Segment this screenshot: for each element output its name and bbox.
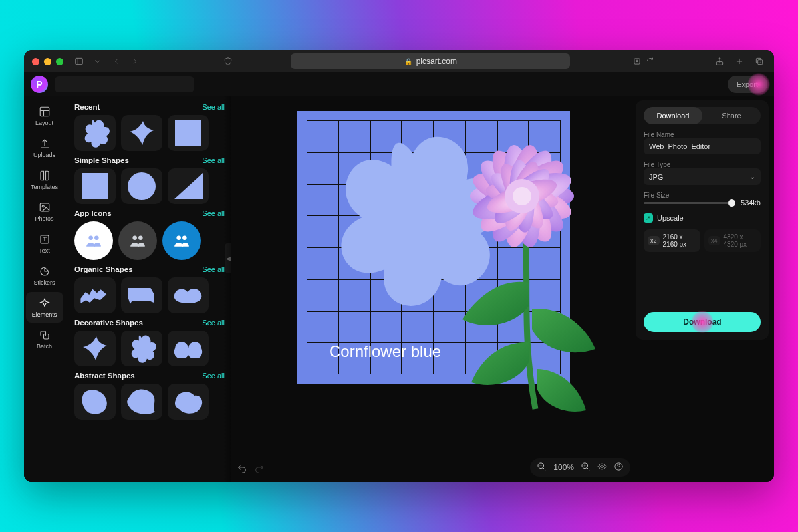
download-button[interactable]: Download xyxy=(644,312,761,332)
app-logo[interactable]: P xyxy=(31,76,48,93)
canvas-text[interactable]: Cornflower blue xyxy=(329,342,441,361)
preview-button[interactable] xyxy=(597,462,607,473)
svg-rect-9 xyxy=(758,60,763,65)
rail-item-text[interactable]: Text xyxy=(26,228,63,259)
element-tile[interactable] xyxy=(74,331,116,366)
app: P Export Layout Uploads Templates Photos… xyxy=(24,72,774,482)
upscale-option-4x[interactable]: x4 4320 x 4320 px xyxy=(704,229,761,252)
url-bar[interactable]: 🔒 picsart.com xyxy=(291,53,570,69)
file-size-value: 534kb xyxy=(741,199,761,207)
element-tile[interactable] xyxy=(168,331,209,366)
shield-icon[interactable] xyxy=(221,55,235,68)
see-all-link[interactable]: See all xyxy=(202,372,225,380)
search-input[interactable] xyxy=(55,76,194,92)
new-tab-icon[interactable] xyxy=(733,55,746,68)
see-all-link[interactable]: See all xyxy=(202,156,225,164)
share-icon[interactable] xyxy=(713,55,726,68)
category-app-icons: App IconsSee all xyxy=(74,209,225,260)
element-tile[interactable] xyxy=(168,384,209,420)
svg-point-25 xyxy=(138,235,143,240)
tool-rail: Layout Uploads Templates Photos Text Sti… xyxy=(24,96,65,482)
undo-button[interactable] xyxy=(237,464,247,477)
rail-item-uploads[interactable]: Uploads xyxy=(26,132,63,163)
export-button[interactable]: Export xyxy=(728,76,767,93)
elements-panel: RecentSee all Simple ShapesSee all xyxy=(65,96,231,482)
rail-item-batch[interactable]: Batch xyxy=(26,324,63,354)
help-button[interactable] xyxy=(614,462,624,473)
svg-point-14 xyxy=(42,205,44,207)
lock-icon: 🔒 xyxy=(404,58,412,65)
close-window-button[interactable] xyxy=(32,58,39,65)
chevron-down-icon[interactable] xyxy=(91,55,104,68)
zoom-in-button[interactable] xyxy=(581,462,591,473)
category-title: App Icons xyxy=(74,209,112,217)
element-tile[interactable] xyxy=(168,277,209,313)
element-tile[interactable] xyxy=(168,115,209,151)
panel-collapse-button[interactable]: ◀ xyxy=(225,243,231,273)
reader-icon[interactable] xyxy=(630,55,644,68)
element-tile[interactable] xyxy=(121,115,162,151)
svg-point-27 xyxy=(182,235,187,240)
back-icon[interactable] xyxy=(110,55,123,68)
redo-button[interactable] xyxy=(254,464,265,477)
upscale-mult: x4 xyxy=(708,236,720,245)
svg-line-47 xyxy=(543,467,546,470)
element-tile[interactable] xyxy=(118,221,157,260)
element-tile[interactable] xyxy=(121,331,162,366)
element-tile[interactable] xyxy=(121,277,162,313)
tabs-icon[interactable] xyxy=(753,55,766,68)
see-all-link[interactable]: See all xyxy=(202,209,225,217)
element-tile[interactable] xyxy=(162,221,201,260)
upscale-dim: 4320 x 4320 px xyxy=(724,233,757,248)
flower-shape[interactable] xyxy=(327,136,499,309)
minimize-window-button[interactable] xyxy=(44,58,51,65)
svg-rect-10 xyxy=(40,107,49,116)
app-toolbar: P Export xyxy=(24,72,774,96)
category-title: Abstract Shapes xyxy=(74,372,135,380)
svg-rect-0 xyxy=(76,58,83,64)
rail-item-templates[interactable]: Templates xyxy=(26,164,63,195)
see-all-link[interactable]: See all xyxy=(202,103,225,111)
window-controls xyxy=(32,58,63,65)
sidebar-toggle-icon[interactable] xyxy=(72,55,86,68)
chevron-down-icon: ⌄ xyxy=(749,172,755,181)
file-name-input[interactable]: Web_Photo_Editor xyxy=(644,138,761,154)
file-size-slider[interactable] xyxy=(644,202,735,204)
browser-window: 🔒 picsart.com P Export Layout Uploads T xyxy=(24,50,774,482)
rail-item-stickers[interactable]: Stickers xyxy=(26,260,63,291)
forward-icon[interactable] xyxy=(128,55,142,68)
element-tile[interactable] xyxy=(74,277,116,313)
rail-item-layout[interactable]: Layout xyxy=(26,100,63,131)
reload-icon[interactable] xyxy=(644,55,657,68)
element-tile[interactable] xyxy=(168,168,209,204)
category-simple-shapes: Simple ShapesSee all xyxy=(74,156,225,204)
file-type-select[interactable]: JPG ⌄ xyxy=(644,168,761,185)
maximize-window-button[interactable] xyxy=(56,58,63,65)
element-tile[interactable] xyxy=(74,168,116,204)
svg-rect-2 xyxy=(634,59,640,64)
category-title: Simple Shapes xyxy=(74,156,129,164)
see-all-link[interactable]: See all xyxy=(202,319,225,327)
tab-share[interactable]: Share xyxy=(702,107,761,124)
tab-download[interactable]: Download xyxy=(644,107,702,124)
element-tile[interactable] xyxy=(74,115,116,151)
svg-point-53 xyxy=(601,466,604,468)
zoom-controls: 100% xyxy=(530,458,630,477)
upscale-option-2x[interactable]: x2 2160 x 2160 px xyxy=(644,229,700,252)
see-all-link[interactable]: See all xyxy=(202,265,225,273)
upscale-options: x2 2160 x 2160 px x4 4320 x 4320 px xyxy=(644,229,761,252)
upscale-mult: x2 xyxy=(648,236,660,245)
svg-marker-21 xyxy=(174,173,203,200)
element-tile[interactable] xyxy=(74,384,116,420)
element-tile[interactable] xyxy=(121,384,162,420)
rail-item-photos[interactable]: Photos xyxy=(26,196,63,227)
artboard[interactable]: Cornflower blue xyxy=(297,111,570,384)
rail-item-elements[interactable]: Elements xyxy=(26,292,63,323)
canvas-area[interactable]: Cornflower blue xyxy=(231,96,636,482)
zoom-out-button[interactable] xyxy=(537,462,547,473)
element-tile[interactable] xyxy=(74,221,113,260)
export-button-label: Export xyxy=(737,80,758,88)
element-tile[interactable] xyxy=(121,168,162,204)
download-button-label: Download xyxy=(683,317,721,327)
svg-point-22 xyxy=(88,235,93,240)
